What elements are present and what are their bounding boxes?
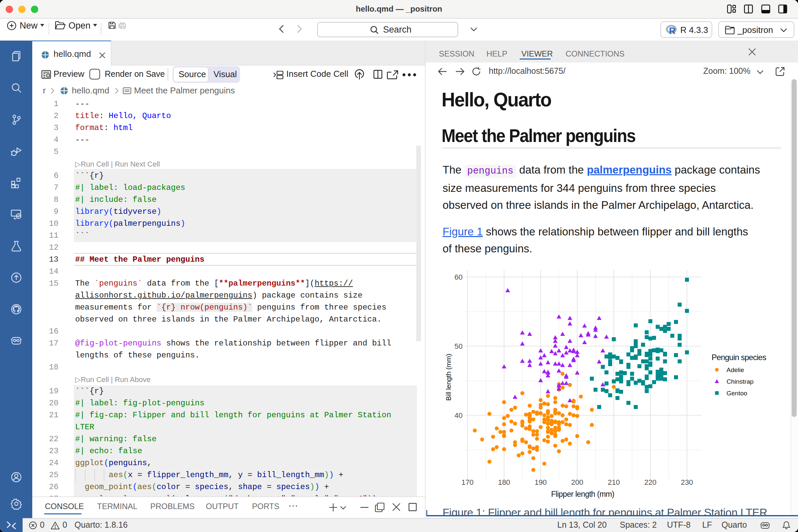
svg-text:Chinstrap: Chinstrap (726, 378, 754, 385)
svg-text:230: 230 (681, 478, 693, 487)
svg-text:R: R (669, 26, 676, 36)
svg-text:Penguin species: Penguin species (711, 353, 766, 362)
svg-text:170: 170 (461, 478, 474, 487)
svg-text:Bill length (mm): Bill length (mm) (444, 354, 452, 401)
svg-text:220: 220 (644, 478, 657, 487)
svg-text:60: 60 (455, 273, 462, 281)
svg-text:Gentoo: Gentoo (726, 390, 747, 397)
svg-text:190: 190 (535, 478, 547, 487)
svg-text:Adelie: Adelie (726, 366, 744, 374)
svg-text:50: 50 (455, 342, 462, 350)
svg-text:180: 180 (498, 478, 510, 487)
svg-text:Flipper length (mm): Flipper length (mm) (551, 490, 614, 498)
svg-text:200: 200 (571, 478, 584, 487)
svg-text:210: 210 (608, 478, 620, 487)
svg-text:40: 40 (455, 411, 462, 420)
